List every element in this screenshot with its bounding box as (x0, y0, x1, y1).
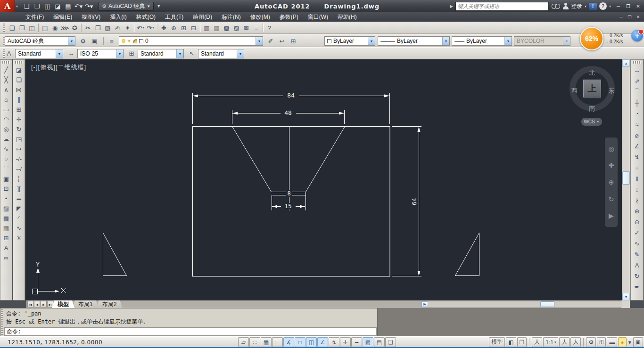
sheet-set-manager-button[interactable]: ▨ (231, 23, 241, 33)
menu-item-4-button[interactable]: 格式(O) (132, 12, 160, 22)
layer-on-icon[interactable] (122, 39, 125, 43)
lineweight-combo[interactable]: —— ByLayer ▼ (452, 36, 512, 46)
save-button[interactable]: ◫ (27, 23, 37, 33)
match-properties-button[interactable]: ✍ (113, 23, 123, 33)
grid-display-button[interactable]: ▦ (261, 337, 272, 347)
undo-caret[interactable]: ▾ (142, 26, 144, 30)
insert-block-button[interactable]: ▣ (1, 174, 11, 184)
lineweight-display-button[interactable]: ━ (351, 337, 362, 347)
zoom-realtime-button[interactable]: ⊕ (169, 23, 179, 33)
status-tray-light-button[interactable]: ● (618, 337, 626, 347)
revision-cloud-button[interactable]: ☁ (1, 134, 11, 144)
break-button[interactable]: ][ (14, 184, 24, 194)
command-input[interactable]: 命令: (4, 327, 377, 336)
command-window-grip[interactable] (1, 309, 3, 335)
undo-button[interactable]: ↶▾ (74, 1, 83, 11)
status-menu-button[interactable]: ▾ (627, 337, 632, 347)
workspace-combo-arrow-icon[interactable]: ▼ (68, 37, 75, 45)
exchange-icon[interactable]: ! (589, 3, 597, 10)
menu-item-6-button[interactable]: 绘图(D) (188, 12, 217, 22)
nav-orbit-button[interactable]: ↻ (606, 194, 617, 204)
close-button[interactable]: ✕ (633, 2, 643, 10)
vertical-scrollbar-thumb[interactable] (622, 171, 630, 185)
funnel-shape[interactable] (232, 127, 345, 210)
polygon-button[interactable]: ⌂ (1, 95, 11, 105)
tolerance-button[interactable]: ⊕ (631, 206, 643, 216)
rotate-button[interactable]: ↻ (14, 124, 24, 134)
dim-diameter-button[interactable]: ⌀ (631, 130, 643, 140)
layout1-tab[interactable]: 布局1 (73, 300, 99, 308)
menu-item-2-button[interactable]: 视图(V) (77, 12, 105, 22)
workspace-save-button[interactable]: ▣ (89, 36, 99, 46)
plot-button[interactable]: ▤ (40, 23, 50, 33)
region-button[interactable]: ▦ (1, 223, 11, 233)
net-percent-badge[interactable]: 62% (580, 27, 603, 50)
menu-item-9-button[interactable]: 参数(P) (275, 12, 303, 22)
workspace-combo[interactable]: AutoCAD 经典 ▼ (5, 36, 75, 46)
circle-button[interactable]: ◎ (1, 124, 11, 134)
erase-button[interactable]: ◪ (14, 65, 24, 75)
object-snap-button[interactable]: □ (295, 337, 305, 347)
toolbar-grip[interactable] (633, 61, 641, 64)
model-tab[interactable]: 模型 (52, 300, 74, 308)
toolbar-grip[interactable] (3, 24, 5, 32)
layer-combo[interactable]: ☀ 0 ▼ (119, 36, 263, 46)
menu-item-11-button[interactable]: 帮助(H) (333, 12, 362, 22)
quick-view-layouts-button[interactable]: ◧ (506, 337, 516, 347)
dim-baseline-button[interactable]: ≡ (631, 162, 643, 173)
annotation-person-button[interactable]: 人 (532, 337, 542, 347)
gradient-button[interactable]: ▩ (1, 213, 11, 223)
scroll-right-button[interactable]: ▶ (421, 301, 428, 307)
compass-north[interactable]: 北 (589, 69, 595, 77)
menu-item-1-button[interactable]: 编辑(E) (49, 12, 77, 22)
annotation-visibility-button[interactable]: 人 (559, 337, 570, 347)
dim-jogged-button[interactable]: ≈ (631, 119, 643, 129)
undo-caret[interactable]: ▾ (80, 3, 83, 10)
dim-jogged-linear-button[interactable]: ∿ (631, 238, 643, 249)
quick-properties-button[interactable]: ▤ (374, 337, 385, 347)
dim-text-8[interactable]: 8 (287, 190, 290, 197)
compass-top-face[interactable]: 上 (583, 80, 601, 97)
tab-scroll-first-button[interactable]: |◀ (27, 301, 33, 308)
scroll-up-button[interactable]: ▲ (622, 59, 630, 67)
polar-tracking-button[interactable]: ∡ (283, 337, 294, 347)
compass-south[interactable]: 南 (589, 105, 595, 113)
coordinates-readout[interactable]: 1213.1510, 1783.1652, 0.0000 (8, 339, 102, 346)
object-snap-tracking-button[interactable]: ∠ (317, 337, 328, 347)
dim-inspect-button[interactable]: ✓ (631, 227, 643, 238)
dim-ordinate-button[interactable]: ┼ (631, 97, 643, 108)
workspace-caret-icon[interactable]: ▼ (147, 4, 150, 8)
menu-item-0-button[interactable]: 文件(F) (21, 12, 49, 22)
redo-caret[interactable]: ▾ (90, 3, 93, 10)
lineweight-combo-arrow-icon[interactable]: ▼ (504, 37, 512, 45)
user-icon[interactable] (563, 3, 569, 9)
dim-text-15[interactable]: 15 (284, 202, 292, 210)
table-style-combo[interactable]: Standard ▼ (138, 49, 184, 58)
construction-line-button[interactable]: ╳ (1, 75, 11, 85)
mleader-style-combo[interactable]: Standard ▼ (198, 49, 244, 58)
tab-scroll-next-button[interactable]: ▶ (41, 301, 47, 308)
search-input[interactable] (456, 3, 548, 9)
color-combo-arrow-icon[interactable]: ▼ (368, 37, 375, 45)
point-button[interactable]: • (1, 194, 11, 203)
publish-button[interactable]: ⋙ (60, 23, 70, 33)
make-object-layer-current-button[interactable]: ✐ (265, 34, 276, 48)
center-mark-button[interactable]: ⊙ (631, 217, 643, 227)
tab-scroll-prev-button[interactable]: ◀ (34, 301, 40, 308)
array-button[interactable]: ⊞ (14, 105, 24, 114)
text-style-button[interactable]: A (4, 49, 14, 58)
text-style-combo-arrow-icon[interactable]: ▼ (56, 49, 63, 58)
dim-continue-button[interactable]: ‖ (631, 173, 643, 184)
compass-west[interactable]: 西 (571, 87, 578, 95)
annotation-scale-button[interactable]: 1:1▾ (543, 337, 558, 347)
plot-preview-button[interactable]: ◉ (50, 23, 60, 33)
table-button[interactable]: ⊞ (1, 233, 11, 243)
blend-curves-button[interactable]: ∿ (14, 223, 24, 233)
text-style-combo[interactable]: Standard ▼ (15, 49, 63, 58)
save-as-button[interactable]: ◪ (53, 1, 63, 11)
menu-item-10-button[interactable]: 窗口(W) (303, 12, 333, 22)
dim-text-edit-button[interactable]: A (631, 260, 643, 270)
toolbar-positions-button[interactable]: ▬ (607, 337, 617, 347)
line-button[interactable]: ╱ (1, 65, 11, 75)
signin-caret-icon[interactable]: ▾ (585, 4, 586, 8)
